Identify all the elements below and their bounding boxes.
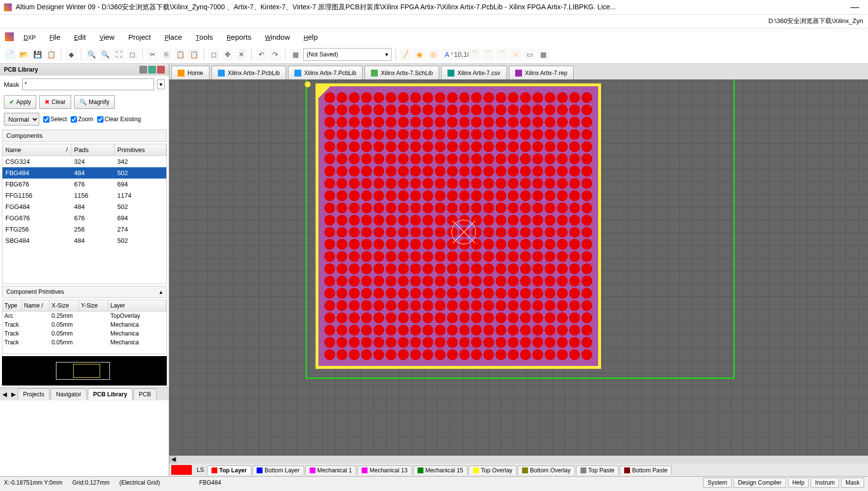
bga-pad[interactable] [520,92,531,103]
bga-pad[interactable] [398,263,409,274]
bga-pad[interactable] [483,129,494,140]
menu-edit[interactable]: Edit [68,30,92,44]
bga-pad[interactable] [532,117,543,128]
bga-pad[interactable] [337,276,347,286]
bga-pad[interactable] [386,190,396,201]
bga-pad[interactable] [373,288,384,299]
status-button[interactable]: Mask [841,478,864,488]
bga-pad[interactable] [422,117,433,128]
bga-pad[interactable] [459,300,470,311]
bga-pad[interactable] [398,178,409,189]
bga-pad[interactable] [557,288,568,299]
bga-pad[interactable] [581,263,592,274]
bga-pad[interactable] [557,349,568,360]
layer-swatch[interactable] [171,465,192,475]
bga-pad[interactable] [581,154,592,164]
bga-pad[interactable] [557,337,568,348]
layers-icon[interactable]: ◆ [65,49,77,60]
bga-pad[interactable] [386,154,396,164]
bga-pad[interactable] [447,337,458,348]
bga-pad[interactable] [569,203,580,213]
bga-pad[interactable] [324,276,335,286]
bga-pad[interactable] [410,203,421,213]
bga-pad[interactable] [532,215,543,226]
layer-tab[interactable]: Top Layer [207,465,251,475]
bga-pad[interactable] [398,141,409,152]
bga-pad[interactable] [386,276,396,286]
bga-pad[interactable] [422,251,433,262]
bga-pad[interactable] [496,312,506,323]
bga-pad[interactable] [373,251,384,262]
array-icon[interactable]: ▦ [537,49,549,60]
magnify-button[interactable]: 🔍Magnify [74,95,115,109]
bga-pad[interactable] [337,154,347,164]
bga-pad[interactable] [459,178,470,189]
layer-tab[interactable]: Bottom Overlay [518,465,575,475]
bga-pad[interactable] [545,288,555,299]
bga-pad[interactable] [349,154,360,164]
bga-pad[interactable] [398,288,409,299]
bga-pad[interactable] [422,239,433,250]
bga-pad[interactable] [569,300,580,311]
bga-pad[interactable] [337,178,347,189]
bga-pad[interactable] [361,104,372,115]
bga-pad[interactable] [569,129,580,140]
bga-pad[interactable] [532,129,543,140]
bga-pad[interactable] [557,203,568,213]
menu-place[interactable]: Place [158,30,188,44]
component-row[interactable]: FBG676676694 [2,179,166,190]
bga-pad[interactable] [520,263,531,274]
bga-pad[interactable] [532,92,543,103]
bga-pad[interactable] [496,129,506,140]
bga-pad[interactable] [410,312,421,323]
layer-tab[interactable]: Mechanical 15 [413,465,468,475]
bga-pad[interactable] [581,104,592,115]
pcol-layer[interactable]: Layer [108,300,166,311]
bga-pad[interactable] [398,349,409,360]
bga-pad[interactable] [373,141,384,152]
bga-pad[interactable] [569,227,580,238]
bga-pad[interactable] [545,166,555,177]
bga-pad[interactable] [471,166,482,177]
bga-pad[interactable] [471,349,482,360]
bga-pad[interactable] [410,349,421,360]
bga-pad[interactable] [324,263,335,274]
bga-pad[interactable] [386,337,396,348]
bga-pad[interactable] [520,276,531,286]
doc-tab[interactable]: Xilinx Artix-7.SchLib [365,66,439,79]
bga-pad[interactable] [557,190,568,201]
bga-pad[interactable] [483,166,494,177]
bga-pad[interactable] [545,92,555,103]
bga-pad[interactable] [569,251,580,262]
bga-pad[interactable] [349,117,360,128]
bga-pad[interactable] [545,227,555,238]
bga-pad[interactable] [398,117,409,128]
pcol-xsize[interactable]: X-Size [50,300,79,311]
bga-pad[interactable] [508,92,519,103]
bga-pad[interactable] [410,251,421,262]
bga-pad[interactable] [581,141,592,152]
bga-pad[interactable] [557,178,568,189]
bga-pad[interactable] [324,300,335,311]
bga-pad[interactable] [422,166,433,177]
bga-pad[interactable] [508,325,519,336]
bga-pad[interactable] [581,337,592,348]
bga-pad[interactable] [483,263,494,274]
bga-pad[interactable] [545,325,555,336]
bga-pad[interactable] [361,325,372,336]
bga-pad[interactable] [545,337,555,348]
bga-pad[interactable] [471,288,482,299]
bga-pad[interactable] [398,203,409,213]
bga-pad[interactable] [435,276,446,286]
bga-pad[interactable] [361,300,372,311]
bga-pad[interactable] [569,92,580,103]
tab-navigator[interactable]: Navigator [51,388,86,400]
bga-pad[interactable] [471,104,482,115]
bga-pad[interactable] [545,104,555,115]
bga-pad[interactable] [337,166,347,177]
bga-pad[interactable] [361,263,372,274]
bga-pad[interactable] [386,129,396,140]
bga-pad[interactable] [324,288,335,299]
bga-pad[interactable] [569,325,580,336]
bga-pad[interactable] [386,92,396,103]
